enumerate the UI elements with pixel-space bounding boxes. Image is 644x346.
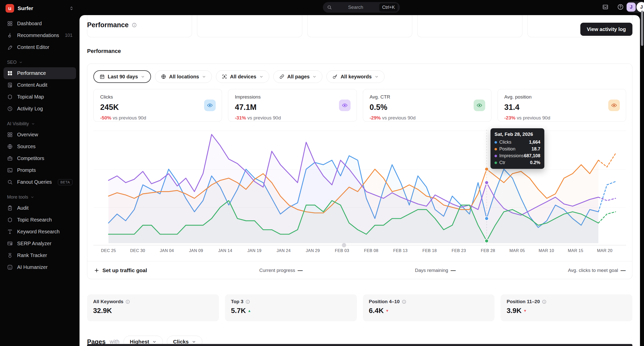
sidebar-item-label: Content Audit (17, 82, 47, 88)
sidebar-item-content-audit[interactable]: Content Audit (4, 79, 76, 91)
x-tick-label: MAR 20 (597, 248, 612, 253)
keyword-card-label-text: Top 3 (231, 299, 243, 304)
grid-icon (7, 132, 13, 138)
metric-card-avg-ctr[interactable]: Avg. CTR0.5%-29% vs previous 90d (363, 89, 491, 122)
keyword-card-position-11-20[interactable]: Position 11–203.9K▼ (501, 294, 632, 321)
sidebar-item-label: Performance (17, 70, 46, 76)
scrollbar-thumb[interactable] (641, 11, 643, 46)
info-icon[interactable] (125, 299, 130, 304)
sidebar-section-more-tools[interactable]: More tools (4, 192, 76, 202)
filter-last-90-days[interactable]: Last 90 days (93, 70, 151, 83)
tooltip-row-ctr: Ctr0.2% (495, 159, 540, 166)
goal-current-progress: Current progress— (259, 267, 303, 273)
sidebar-item-rank-tracker[interactable]: Rank Tracker (4, 249, 76, 261)
filter-all-pages[interactable]: All pages (273, 70, 323, 83)
sidebar-item-label: Overview (17, 132, 38, 138)
series-dot-icon (495, 148, 497, 150)
keyword-card-position-4-10[interactable]: Position 4–106.4K▼ (363, 294, 495, 321)
info-icon[interactable] (402, 299, 406, 304)
filter-all-devices[interactable]: All devices (216, 70, 269, 83)
sidebar-item-prompts[interactable]: Prompts (4, 164, 76, 176)
user-avatar[interactable]: J (636, 2, 644, 12)
filter-all-keywords[interactable]: All keywords (326, 70, 384, 83)
keyword-card-all-keywords[interactable]: All Keywords32.9K (87, 294, 219, 321)
metric-value: 245K (100, 103, 215, 112)
view-activity-log-button[interactable]: View activity log (580, 23, 632, 36)
tooltip-series-label: Impressions (499, 153, 524, 159)
key-icon (332, 74, 338, 79)
set-up-traffic-goal-button[interactable]: Set up traffic goal (94, 267, 147, 273)
sidebar-section-seo[interactable]: SEO (4, 57, 76, 67)
sidebar-item-keyword-research[interactable]: Keyword Research (4, 226, 76, 238)
keyword-card-top-3[interactable]: Top 35.7K▲ (225, 294, 357, 321)
metric-summary-row: Clicks245K-50% vs previous 90dImpression… (93, 89, 626, 122)
sidebar-item-serp-analyzer[interactable]: SERP Analyzer (4, 238, 76, 249)
sidebar-item-fanout-queries[interactable]: Fanout QueriesBETA (4, 176, 76, 188)
doc-icon (7, 82, 13, 88)
help-icon[interactable] (617, 4, 624, 10)
sidebar-item-sources[interactable]: Sources (4, 141, 76, 152)
keyword-card-value: 6.4K▼ (369, 307, 489, 315)
x-tick-label: DEC 25 (101, 248, 116, 253)
filter-all-locations[interactable]: All locations (155, 70, 212, 83)
keyword-card-label-text: Position 11–20 (507, 299, 540, 304)
filter-label: All keywords (340, 74, 371, 80)
surfer-logo-icon: u (6, 4, 14, 13)
sidebar-item-overview[interactable]: Overview (4, 129, 76, 141)
sidebar-item-performance[interactable]: Performance (4, 67, 76, 79)
grid-icon (7, 21, 13, 26)
chevrons-up-down-icon[interactable] (69, 6, 74, 11)
inbox-tray-icon[interactable] (602, 4, 609, 10)
metric-card-impressions[interactable]: Impressions47.1M-31% vs previous 90d (228, 89, 357, 122)
sidebar-item-badge: 101 (65, 33, 72, 38)
sidebar-item-content-editor[interactable]: Content Editor (4, 41, 76, 53)
highlight-dot-impressions (485, 181, 488, 184)
clock-icon (7, 106, 13, 112)
search-input[interactable]: Search Ctrl+K (323, 2, 400, 13)
keyword-card-value-text: 6.4K (369, 307, 384, 315)
visibility-toggle[interactable] (474, 100, 485, 111)
sidebar-item-activity-log[interactable]: Activity Log (4, 103, 76, 115)
visibility-toggle[interactable] (339, 100, 351, 111)
metric-card-clicks[interactable]: Clicks245K-50% vs previous 90d (93, 89, 222, 122)
tooltip-series-value: 18.7 (532, 146, 540, 152)
performance-chart[interactable]: DEC 25DEC 30JAN 04JAN 09JAN 14JAN 19JAN … (93, 127, 626, 254)
sidebar-item-dashboard[interactable]: Dashboard (4, 18, 76, 29)
sidebar-item-audit[interactable]: Audit (4, 202, 76, 214)
performance-chart-card: Last 90 daysAll locationsAll devicesAll … (87, 64, 632, 279)
briefcase-icon (7, 155, 13, 161)
sidebar-item-competitors[interactable]: Competitors (4, 152, 76, 164)
axis-scrub-handle[interactable] (342, 243, 346, 247)
filter-label: All pages (287, 74, 310, 80)
sidebar-item-topical-map[interactable]: Topical Map (4, 91, 76, 103)
info-icon[interactable] (132, 22, 137, 28)
x-tick-label: MAR 10 (539, 248, 554, 253)
sidebar-item-label: Topical Map (17, 94, 44, 100)
hexagon-icon (7, 94, 13, 100)
section-title: Performance (87, 48, 121, 54)
x-tick-label: MAR 15 (568, 248, 583, 253)
series-line-forecast-clicks (598, 181, 616, 212)
tooltip-series-label: Position (499, 146, 532, 152)
tooltip-series-value: 1,664 (529, 140, 540, 145)
chart-canvas[interactable]: DEC 25DEC 30JAN 04JAN 09JAN 14JAN 19JAN … (93, 127, 626, 254)
keyword-card-value: 5.7K▲ (231, 307, 351, 315)
info-icon[interactable] (245, 299, 250, 304)
link-icon (279, 74, 285, 79)
metric-delta-pct: -50% (100, 115, 111, 120)
metric-card-avg-position[interactable]: Avg. position31.4-23% vs previous 90d (498, 89, 626, 122)
sidebar-item-recommendations[interactable]: Recommendations101 (4, 29, 76, 41)
chevron-down-icon (202, 75, 206, 79)
scrolled-cards-peek (87, 15, 632, 37)
sidebar-item-label: Activity Log (17, 106, 43, 112)
brand-row[interactable]: u Surfer (4, 3, 76, 14)
info-icon[interactable] (542, 299, 547, 304)
sidebar-item-topic-research[interactable]: Topic Research (4, 214, 76, 226)
workspace-avatar[interactable]: J (627, 3, 636, 12)
sidebar-item-ai-humanizer[interactable]: AI Humanizer (4, 261, 76, 273)
visibility-toggle[interactable] (204, 100, 216, 111)
sidebar-section-ai-visibility[interactable]: AI Visibility (4, 119, 76, 129)
visibility-toggle[interactable] (608, 100, 620, 111)
x-tick-label: FEB 03 (335, 248, 349, 253)
sidebar-item-label: Dashboard (17, 21, 42, 26)
